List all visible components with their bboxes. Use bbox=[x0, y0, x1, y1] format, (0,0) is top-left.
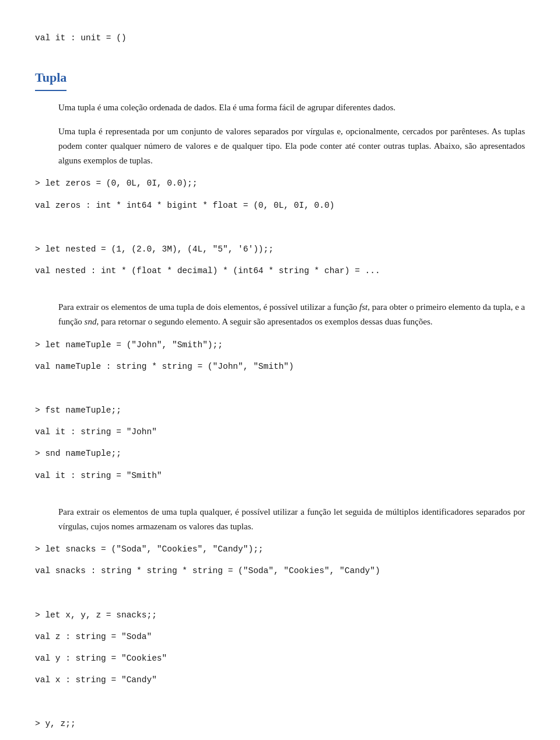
code-xyz-output1: val z : string = "Soda" bbox=[35, 630, 525, 644]
code-fst-input: > fst nameTuple;; bbox=[35, 404, 525, 417]
page-content: val it : unit = () Tupla Uma tupla é uma… bbox=[35, 32, 525, 740]
code-xyz-input: > let x, y, z = snacks;; bbox=[35, 609, 525, 622]
code-fst-output: val it : string = "John" bbox=[35, 425, 525, 439]
prose-p2: Uma tupla é representada por um conjunto… bbox=[35, 124, 525, 167]
prose-p1: Uma tupla é uma coleção ordenada de dado… bbox=[35, 100, 525, 115]
code-zeros-output: val zeros : int * int64 * bigint * float… bbox=[35, 199, 525, 212]
code-xyz-output3: val x : string = "Candy" bbox=[35, 673, 525, 687]
section-title: Tupla bbox=[35, 67, 66, 91]
code-zeros-input: > let zeros = (0, 0L, 0I, 0.0);; bbox=[35, 177, 525, 190]
prose-let-tuple: Para extrair os elementos de uma tupla q… bbox=[35, 505, 525, 534]
code-snacks-output: val snacks : string * string * string = … bbox=[35, 564, 525, 578]
code-yz-input: > y, z;; bbox=[35, 717, 525, 731]
code-nested-input: > let nested = (1, (2.0, 3M), (4L, "5", … bbox=[35, 243, 525, 256]
code-snd-output: val it : string = "Smith" bbox=[35, 469, 525, 483]
prose-fst-snd: Para extrair os elementos de uma tupla d… bbox=[35, 300, 525, 329]
code-nested-output: val nested : int * (float * decimal) * (… bbox=[35, 264, 525, 278]
code-snd-input: > snd nameTuple;; bbox=[35, 447, 525, 460]
code-xyz-output2: val y : string = "Cookies" bbox=[35, 652, 525, 665]
code-nametuple-output: val nameTuple : string * string = ("John… bbox=[35, 360, 525, 374]
code-nametuple-input: > let nameTuple = ("John", "Smith");; bbox=[35, 338, 525, 352]
val-it-intro: val it : unit = () bbox=[35, 32, 525, 45]
code-snacks-input: > let snacks = ("Soda", "Cookies", "Cand… bbox=[35, 543, 525, 556]
tupla-section: Tupla Uma tupla é uma coleção ordenada d… bbox=[35, 67, 525, 740]
